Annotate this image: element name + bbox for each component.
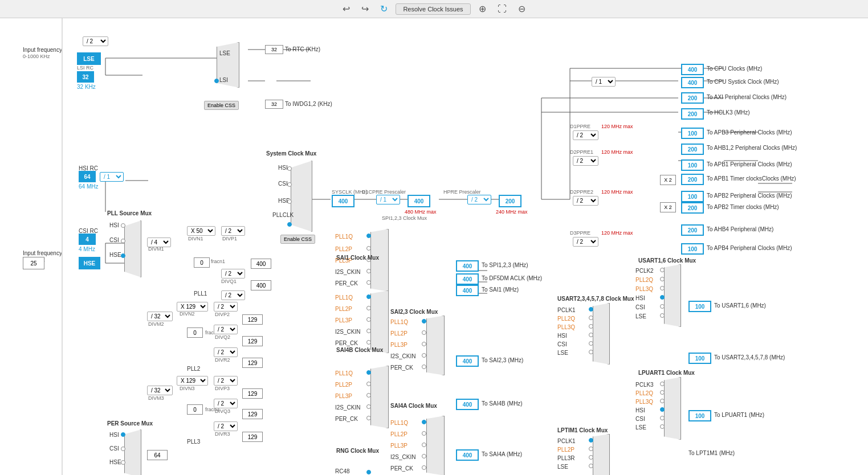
sai4a-pll1q-radio[interactable] [422, 420, 426, 424]
spi-pll2p-radio[interactable] [366, 246, 371, 251]
clock-diagram-canvas: Input frequency 0-1000 KHz LSE LSI RC 32… [0, 18, 868, 475]
d1cpre-select[interactable]: / 1 [376, 195, 400, 204]
sysclk-mux-pllclk-radio[interactable] [287, 222, 292, 227]
sai1-pll2p-radio[interactable] [366, 306, 371, 310]
lpuart1-pll3q-radio[interactable] [660, 399, 665, 403]
spi-out-value: 400 [456, 260, 479, 272]
undo-button[interactable]: ↩ [339, 2, 353, 15]
usart16-csi-radio[interactable] [660, 304, 665, 309]
lpuart1-csi-radio[interactable] [660, 416, 665, 420]
to-ahb12-label: To AHB1,2 Peripheral Clocks (MHz) [707, 145, 797, 151]
lptim1-lse-radio[interactable] [589, 464, 593, 468]
sai1-pll1q-radio[interactable] [366, 294, 371, 299]
sai23-pll3p-radio[interactable] [422, 342, 426, 346]
sai1-pll1q: PLL1Q [335, 294, 353, 301]
per-mux-csi-radio[interactable] [121, 447, 125, 451]
lptim1-pll2p-radio[interactable] [589, 447, 593, 451]
sai1-i2sckin-radio[interactable] [366, 329, 371, 333]
sai23-perck-radio[interactable] [422, 365, 426, 369]
sai23-pll1q-radio[interactable] [422, 319, 426, 324]
refresh-button[interactable]: ↻ [377, 2, 391, 15]
usart16-pll3q-radio[interactable] [660, 286, 665, 290]
divm2-select[interactable]: / 32 [147, 312, 173, 321]
per-mux-hse-radio[interactable] [121, 460, 125, 465]
sai4b-perck-radio[interactable] [366, 416, 371, 420]
lpuart1-pclk3-radio[interactable] [660, 382, 665, 386]
divp1-select[interactable]: / 2 [221, 226, 245, 236]
enable-css-bottom-button[interactable]: Enable CSS [280, 235, 315, 244]
usart16-pll2q-radio[interactable] [660, 277, 665, 281]
fullscreen-button[interactable]: ⛶ [494, 3, 510, 15]
redo-button[interactable]: ↪ [358, 2, 372, 15]
divn3-select[interactable]: X 129 [177, 376, 208, 386]
sai4a-perck-radio[interactable] [422, 465, 426, 470]
spi-i2sckin-radio[interactable] [366, 269, 371, 273]
lptim1-pclk1-radio[interactable] [589, 438, 593, 443]
sai4a-pll3p-radio[interactable] [422, 443, 426, 447]
sai1-pll3p-radio[interactable] [366, 317, 371, 322]
hsi-div-select[interactable]: / 1 [100, 172, 124, 182]
lsi-radio[interactable] [214, 79, 219, 83]
sysclk-mux-hsi-radio[interactable] [287, 166, 292, 171]
sai4b-pll2p-radio[interactable] [366, 382, 371, 386]
divp2-select[interactable]: / 2 [214, 302, 238, 312]
sai4a-perck: PER_CK [390, 465, 413, 472]
sai4b-i2sckin-radio[interactable] [366, 404, 371, 409]
usart23-lse-radio[interactable] [589, 350, 593, 354]
usart23-pclk1-radio[interactable] [589, 307, 593, 312]
enable-css-top-button[interactable]: Enable CSS [204, 101, 239, 110]
divn3-label: DIVN3 [180, 386, 195, 391]
pll2-p-out: 129 [242, 314, 263, 325]
divq2-select[interactable]: / 2 [214, 325, 238, 334]
d2ppre1-select[interactable]: / 2 [573, 156, 598, 166]
sai23-i2sckin-radio[interactable] [422, 353, 426, 358]
d2ppre2-select[interactable]: / 2 [573, 196, 598, 206]
usart23-pll2q-radio[interactable] [589, 316, 593, 320]
per-mux-hsi-radio[interactable] [121, 432, 125, 437]
pll-mux-csi-radio[interactable] [121, 239, 125, 243]
sysclk-mux-hse-radio[interactable] [287, 199, 292, 204]
usart16-lse-radio[interactable] [660, 313, 665, 318]
usart23-csi: CSI [557, 341, 567, 347]
hpre-select[interactable]: / 2 [467, 195, 491, 204]
sai23-pll2p-radio[interactable] [422, 330, 426, 335]
spi-perck-radio[interactable] [366, 280, 371, 285]
sysclk-mux-csi-radio[interactable] [287, 182, 292, 187]
pll-mux-hsi-radio[interactable] [121, 223, 125, 228]
lse-div2-select[interactable]: / 2 [83, 36, 108, 46]
usart23-csi-radio[interactable] [589, 341, 593, 346]
divr1-select[interactable]: / 2 [221, 290, 245, 300]
lpuart1-lse-radio[interactable] [660, 424, 665, 429]
usart16-pclk2-radio[interactable] [660, 268, 665, 272]
to-lptim1-label: To LPT1M1 (MHz) [688, 450, 735, 456]
sai4a-i2sckin-radio[interactable] [422, 454, 426, 458]
divq3-select[interactable]: / 2 [214, 399, 238, 408]
resolve-clock-issues-button[interactable]: Resolve Clock Issues [396, 3, 470, 15]
hpre-label: HPRE Prescaler [443, 189, 481, 195]
lpuart1-pll2q-radio[interactable] [660, 390, 665, 395]
divm3-select[interactable]: / 32 [147, 386, 173, 395]
systick-div-select[interactable]: / 1 [592, 77, 616, 87]
usart16-hsi-radio[interactable] [660, 295, 665, 300]
zoom-out-button[interactable]: ⊖ [515, 2, 529, 15]
divn2-select[interactable]: X 129 [177, 302, 208, 312]
rng-rc48-radio[interactable] [366, 470, 371, 474]
sai4a-pll2p-radio[interactable] [422, 431, 426, 436]
zoom-in-button[interactable]: ⊕ [475, 2, 490, 15]
spi-pll1q-radio[interactable] [366, 234, 371, 238]
usart23-hsi-radio[interactable] [589, 333, 593, 337]
d1ppre-select[interactable]: / 2 [573, 130, 598, 140]
lpuart1-hsi-radio[interactable] [660, 407, 665, 412]
pll-mux-hse-radio[interactable] [121, 253, 125, 258]
divr2-select[interactable]: / 2 [214, 347, 238, 357]
sai1-perck-radio[interactable] [366, 340, 371, 345]
sai4b-pll3p-radio[interactable] [366, 393, 371, 398]
usart23-pll3q-radio[interactable] [589, 324, 593, 329]
divq1-select[interactable]: / 2 [221, 269, 245, 279]
divr3-select[interactable]: / 2 [214, 421, 238, 431]
divp3-select[interactable]: / 2 [214, 376, 238, 386]
d3ppre-select[interactable]: / 2 [573, 237, 598, 247]
sai4b-pll1q-radio[interactable] [366, 370, 371, 375]
divn1-select[interactable]: X 50 [187, 226, 215, 236]
lptim1-pll3r-radio[interactable] [589, 455, 593, 460]
